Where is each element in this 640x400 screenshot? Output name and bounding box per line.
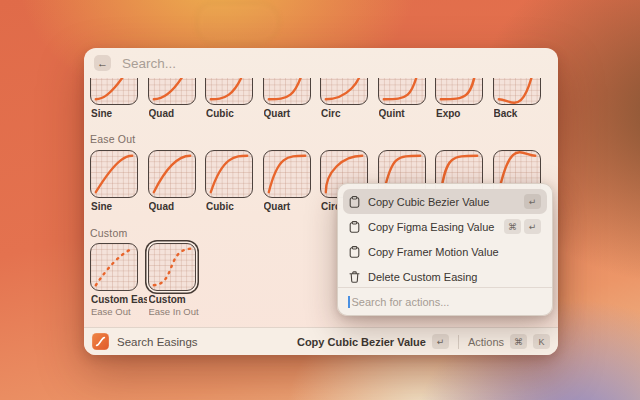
easing-card-label: Quart bbox=[264, 201, 320, 212]
easing-card-label: Quart bbox=[264, 108, 320, 119]
easing-curve-preview bbox=[91, 151, 137, 197]
window-header: ← Search... bbox=[84, 48, 558, 78]
easing-card-label: Quad bbox=[149, 201, 205, 212]
easing-card[interactable] bbox=[148, 243, 196, 291]
menu-item-label: Copy Cubic Bezier Value bbox=[368, 196, 489, 208]
clipboard-icon bbox=[349, 196, 360, 208]
easing-curve-preview bbox=[321, 78, 367, 104]
easing-card-label: Sine bbox=[91, 108, 147, 119]
actions-menu-list: Copy Cubic Bezier Value↵Copy Figma Easin… bbox=[338, 189, 552, 289]
easing-card-label: Quint bbox=[379, 108, 435, 119]
easing-card[interactable] bbox=[263, 150, 311, 198]
back-arrow-icon: ← bbox=[97, 57, 108, 69]
clipboard-icon bbox=[349, 221, 360, 233]
easing-card[interactable] bbox=[205, 78, 253, 105]
easing-card[interactable] bbox=[90, 243, 138, 291]
shortcut-key-icon: ↵ bbox=[524, 194, 541, 209]
easing-curve-preview bbox=[149, 78, 195, 104]
easing-card-label: Quad bbox=[149, 108, 205, 119]
menu-item[interactable]: Copy Figma Easing Value⌘↵ bbox=[343, 214, 547, 239]
menu-item[interactable]: Copy Framer Motion Value bbox=[343, 239, 547, 264]
easing-curve-preview bbox=[264, 151, 310, 197]
footer-actions-area: Copy Cubic Bezier Value ↵ Actions ⌘ K bbox=[297, 334, 550, 349]
wallpaper-ghost-shape bbox=[196, 2, 280, 44]
k-key-icon[interactable]: K bbox=[533, 334, 550, 349]
trash-icon bbox=[349, 271, 360, 283]
easing-curve-preview bbox=[149, 244, 195, 290]
menu-item-label: Copy Figma Easing Value bbox=[368, 221, 494, 233]
easings-app-icon bbox=[92, 333, 109, 350]
easing-card-sublabel: Ease Out bbox=[91, 306, 147, 317]
section-title: Ease Out bbox=[90, 133, 135, 145]
easing-curve-preview bbox=[206, 151, 252, 197]
menu-item[interactable]: Copy Cubic Bezier Value↵ bbox=[343, 189, 547, 214]
text-cursor bbox=[348, 296, 350, 308]
easing-card[interactable] bbox=[263, 78, 311, 105]
easing-card[interactable] bbox=[435, 78, 483, 105]
easing-card-label: Custom bbox=[149, 294, 205, 305]
menu-item-label: Copy Framer Motion Value bbox=[368, 246, 499, 258]
footer-app-name: Search Easings bbox=[117, 336, 198, 348]
easing-card[interactable] bbox=[493, 78, 541, 105]
easing-card-label: Cubic bbox=[206, 108, 262, 119]
shortcut-key-icon: ↵ bbox=[524, 219, 541, 234]
actions-search-placeholder: Search for actions... bbox=[352, 296, 450, 308]
easing-card[interactable] bbox=[378, 78, 426, 105]
easing-card-label: Sine bbox=[91, 201, 147, 212]
easing-curve-preview bbox=[149, 151, 195, 197]
shortcut-key-icon: ⌘ bbox=[504, 219, 521, 234]
actions-search-field[interactable]: Search for actions... bbox=[338, 287, 552, 315]
easing-card-label: Cubic bbox=[206, 201, 262, 212]
easing-curve-preview bbox=[206, 78, 252, 104]
footer-bar: Search Easings Copy Cubic Bezier Value ↵… bbox=[84, 327, 558, 355]
return-key-icon[interactable]: ↵ bbox=[432, 334, 449, 349]
menu-item-shortcuts: ⌘↵ bbox=[504, 219, 541, 234]
menu-item[interactable]: Delete Custom Easing bbox=[343, 264, 547, 289]
actions-popover: Copy Cubic Bezier Value↵Copy Figma Easin… bbox=[337, 183, 553, 316]
easing-card[interactable] bbox=[205, 150, 253, 198]
easing-card[interactable] bbox=[148, 150, 196, 198]
easing-card-label: Expo bbox=[436, 108, 492, 119]
actions-menu-button[interactable]: Actions bbox=[468, 336, 504, 348]
easing-card[interactable] bbox=[148, 78, 196, 105]
back-button[interactable]: ← bbox=[94, 55, 111, 71]
footer-divider bbox=[458, 335, 459, 349]
easing-card-label: Custom Eas… bbox=[91, 294, 147, 305]
easing-card[interactable] bbox=[320, 78, 368, 105]
search-input[interactable]: Search... bbox=[122, 56, 176, 71]
easing-curve-preview bbox=[91, 78, 137, 104]
clipboard-icon bbox=[349, 246, 360, 258]
easing-curve-preview bbox=[379, 78, 425, 104]
easing-card-sublabel: Ease In Out bbox=[149, 306, 205, 317]
easing-curve-preview bbox=[91, 244, 137, 290]
easing-card[interactable] bbox=[90, 78, 138, 105]
menu-item-shortcuts: ↵ bbox=[524, 194, 541, 209]
easing-card-label: Circ bbox=[321, 108, 377, 119]
footer-primary-action[interactable]: Copy Cubic Bezier Value bbox=[297, 336, 426, 348]
easing-card[interactable] bbox=[90, 150, 138, 198]
easing-curve-preview bbox=[494, 78, 540, 104]
easing-curve-preview bbox=[436, 78, 482, 104]
easing-card-label: Back bbox=[494, 108, 550, 119]
section-title: Custom bbox=[90, 227, 127, 239]
menu-item-label: Delete Custom Easing bbox=[368, 271, 477, 283]
easing-curve-glyph bbox=[95, 336, 106, 347]
command-key-icon[interactable]: ⌘ bbox=[510, 334, 527, 349]
easing-curve-preview bbox=[264, 78, 310, 104]
